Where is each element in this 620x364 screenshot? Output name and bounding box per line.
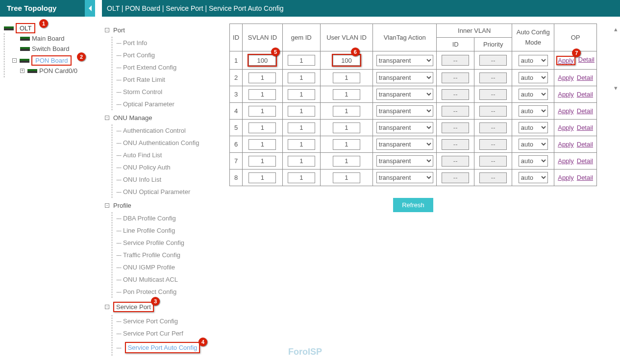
section-toggle-profile[interactable]: - [105, 203, 109, 208]
section-toggle-service-port[interactable]: - [105, 305, 109, 309]
nav-onu-info-list[interactable]: ONU Info List [123, 176, 161, 183]
vlantag-action-select[interactable]: transparent [376, 89, 433, 100]
nav-line-profile-config[interactable]: Line Profile Config [123, 227, 175, 234]
tree-item-main-board[interactable]: Main Board [32, 35, 64, 42]
nav-service-port-cur-perf[interactable]: Service Port Cur Perf [123, 330, 183, 337]
auto-config-mode-select[interactable]: auto [519, 89, 548, 100]
vlantag-action-select[interactable]: transparent [376, 139, 433, 150]
vlantag-action-select[interactable]: transparent [376, 72, 433, 83]
user-vlan-id-input[interactable] [333, 122, 360, 133]
user-vlan-id-input[interactable] [333, 55, 360, 66]
tree-collapse-pon-board[interactable]: - [12, 58, 17, 63]
user-vlan-id-input[interactable] [333, 73, 360, 83]
svg-rect-0 [4, 26, 14, 28]
gem-id-input[interactable] [288, 156, 315, 167]
apply-link[interactable]: Apply [558, 107, 574, 115]
nav-dba-profile-config[interactable]: DBA Profile Config [123, 215, 176, 222]
nav-onu-igmp-profile[interactable]: ONU IGMP Profile [123, 264, 175, 271]
gem-id-input[interactable] [288, 139, 315, 150]
detail-link[interactable]: Detail [577, 157, 593, 165]
svlan-id-input[interactable] [248, 156, 276, 167]
detail-link[interactable]: Detail [577, 91, 593, 98]
section-title-onu[interactable]: ONU Manage [113, 114, 152, 121]
svlan-id-input[interactable] [248, 73, 276, 83]
nav-port-extend-config[interactable]: Port Extend Config [123, 64, 176, 71]
svlan-id-input[interactable] [248, 89, 276, 100]
nav-port-info[interactable]: Port Info [123, 39, 147, 47]
detail-link[interactable]: Detail [577, 74, 593, 81]
nav-traffic-profile-config[interactable]: Traffic Profile Config [123, 251, 180, 259]
auto-config-mode-select[interactable]: auto [519, 72, 548, 83]
refresh-button[interactable]: Refresh [393, 198, 433, 212]
gem-id-input[interactable] [288, 122, 315, 133]
gem-id-input[interactable] [288, 106, 315, 117]
gem-id-input[interactable] [288, 55, 315, 66]
user-vlan-id-input[interactable] [333, 156, 360, 167]
detail-link[interactable]: Detail [577, 107, 593, 115]
apply-link[interactable]: Apply [558, 174, 574, 181]
svlan-id-input[interactable] [248, 122, 276, 133]
auto-config-mode-select[interactable]: auto [519, 172, 548, 183]
auto-config-mode-select[interactable]: auto [519, 139, 548, 150]
nav-auto-find-list[interactable]: Auto Find List [123, 151, 162, 159]
svlan-id-input[interactable] [248, 55, 276, 66]
auto-config-mode-select[interactable]: auto [519, 55, 548, 66]
gem-id-input[interactable] [288, 89, 315, 100]
tree-item-switch-board[interactable]: Switch Board [32, 45, 70, 52]
nav-onu-auth-config[interactable]: ONU Authentication Config [123, 139, 199, 146]
detail-link[interactable]: Detail [577, 124, 593, 131]
nav-onu-multicast-acl[interactable]: ONU Multicast ACL [123, 276, 178, 283]
vlantag-action-select[interactable]: transparent [376, 122, 433, 133]
section-title-port[interactable]: Port [113, 26, 125, 34]
nav-service-profile-config[interactable]: Service Profile Config [123, 239, 184, 246]
svlan-id-input[interactable] [248, 139, 276, 150]
auto-config-mode-select[interactable]: auto [519, 155, 548, 167]
nav-onu-policy-auth[interactable]: ONU Policy Auth [123, 164, 171, 171]
nav-service-port-auto-config[interactable]: Service Port Auto Config [128, 344, 198, 351]
nav-storm-control[interactable]: Storm Control [123, 88, 162, 96]
scroll-up-icon[interactable]: ▴ [614, 25, 619, 33]
auto-config-mode-select[interactable]: auto [519, 105, 548, 117]
apply-link[interactable]: Apply [558, 74, 574, 81]
detail-link[interactable]: Detail [577, 174, 593, 181]
vlantag-action-select[interactable]: transparent [376, 105, 433, 117]
section-title-profile[interactable]: Profile [113, 202, 131, 209]
vlantag-action-select[interactable]: transparent [376, 172, 433, 183]
cell-id: 8 [230, 170, 243, 186]
detail-link[interactable]: Detail [577, 141, 593, 148]
detail-link[interactable]: Detail [578, 56, 595, 65]
tree-expand-pon-card[interactable]: + [20, 69, 25, 73]
apply-link[interactable]: Apply [558, 57, 574, 64]
gem-id-input[interactable] [288, 73, 315, 83]
nav-onu-optical-parameter[interactable]: ONU Optical Parameter [123, 188, 190, 195]
apply-link[interactable]: Apply [558, 124, 574, 131]
nav-port-config[interactable]: Port Config [123, 51, 155, 59]
nav-optical-parameter[interactable]: Optical Parameter [123, 100, 174, 108]
user-vlan-id-input[interactable] [333, 172, 360, 183]
apply-link[interactable]: Apply [558, 91, 574, 98]
apply-link[interactable]: Apply [558, 141, 574, 148]
nav-port-rate-limit[interactable]: Port Rate Limit [123, 76, 165, 83]
svlan-id-input[interactable] [248, 172, 276, 183]
tree-item-pon-board[interactable]: PON Board [31, 55, 72, 66]
section-toggle-port[interactable]: - [105, 28, 109, 32]
nav-auth-control[interactable]: Authentication Control [123, 127, 186, 134]
collapse-sidebar-button[interactable] [85, 0, 95, 17]
user-vlan-id-input[interactable] [333, 139, 360, 150]
nav-service-port-config[interactable]: Service Port Config [123, 317, 178, 325]
vlantag-action-select[interactable]: transparent [376, 55, 433, 66]
section-title-service-port[interactable]: Service Port [116, 303, 151, 311]
apply-link[interactable]: Apply [558, 157, 574, 165]
vlantag-action-select[interactable]: transparent [376, 155, 433, 167]
auto-config-mode-select[interactable]: auto [519, 122, 548, 133]
inner-vlan-priority-input [479, 139, 507, 150]
gem-id-input[interactable] [288, 172, 315, 183]
svlan-id-input[interactable] [248, 106, 276, 117]
user-vlan-id-input[interactable] [333, 106, 360, 117]
scroll-down-icon[interactable]: ▾ [614, 84, 619, 92]
section-toggle-onu[interactable]: - [105, 116, 109, 120]
nav-pon-protect-config[interactable]: Pon Protect Config [123, 288, 176, 295]
user-vlan-id-input[interactable] [333, 89, 360, 100]
tree-item-pon-card[interactable]: PON Card0/0 [39, 67, 77, 74]
tree-item-olt[interactable]: OLT [16, 23, 35, 33]
